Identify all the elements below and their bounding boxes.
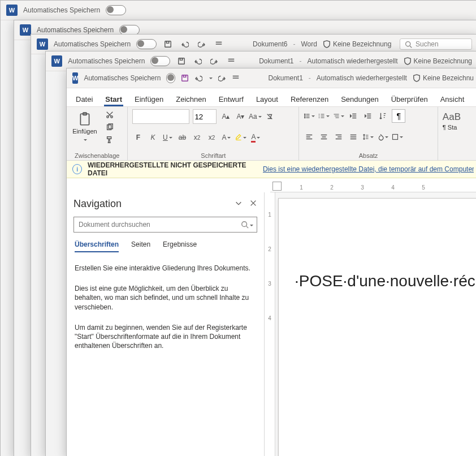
svg-point-14: [305, 115, 306, 117]
italic-icon[interactable]: K: [147, 132, 158, 143]
info-icon: i: [72, 164, 82, 174]
group-font: A▴ A▾ Aa F K U ab x2 x2 A A Schriftart: [128, 107, 299, 160]
nav-tab-results[interactable]: Ergebnisse: [163, 240, 197, 252]
nav-search-input[interactable]: [77, 220, 241, 229]
change-case-icon[interactable]: Aa: [249, 111, 261, 122]
style-preview[interactable]: AaB: [443, 111, 461, 123]
shading-icon[interactable]: [377, 131, 388, 143]
align-right-icon[interactable]: [333, 131, 344, 143]
search-options-icon[interactable]: [249, 221, 253, 229]
tab-ueberpruefen[interactable]: Überprüfen: [390, 92, 429, 106]
qat-undo-icon[interactable]: [179, 38, 191, 50]
nav-hint-1: Erstellen Sie eine interaktive Gliederun…: [75, 264, 256, 273]
qat-redo-icon[interactable]: [218, 72, 226, 84]
qat-redo-icon[interactable]: [196, 38, 207, 50]
tab-zeichnen[interactable]: Zeichnen: [175, 92, 207, 106]
autosave-toggle[interactable]: [106, 5, 126, 15]
align-center-icon[interactable]: [318, 131, 330, 143]
text-effects-icon[interactable]: A: [220, 132, 232, 143]
chevron-down-icon[interactable]: [235, 199, 243, 209]
tab-entwurf[interactable]: Entwurf: [218, 92, 245, 106]
qat-save-icon[interactable]: [162, 38, 174, 50]
bold-icon[interactable]: F: [132, 132, 144, 143]
navigation-pane: Navigation Überschriften Seiten Ergebnis…: [67, 192, 265, 456]
search-icon: [241, 221, 249, 229]
title-search[interactable]: Suchen: [400, 38, 472, 50]
qat-save-icon[interactable]: [181, 72, 189, 84]
qat-redo-icon[interactable]: [209, 55, 220, 67]
tab-start[interactable]: Start: [104, 92, 123, 106]
borders-icon[interactable]: [392, 131, 403, 143]
autosave-toggle[interactable]: [166, 73, 175, 83]
tab-sendungen[interactable]: Sendungen: [340, 92, 380, 106]
word-app-icon: W: [72, 72, 78, 84]
sensitivity-label[interactable]: Keine Bezeichnung: [404, 57, 472, 65]
close-icon[interactable]: [249, 199, 257, 209]
multilevel-icon[interactable]: [333, 110, 344, 122]
recovery-bar: i WIEDERHERGESTELLTE NICHT GESPEICHERTE …: [67, 161, 476, 178]
nav-search[interactable]: [73, 217, 257, 233]
autosave-label: Automatisches Speichern: [23, 6, 100, 14]
qat-more-icon[interactable]: [232, 72, 240, 84]
tab-layout[interactable]: Layout: [255, 92, 279, 106]
word-app-icon: W: [6, 5, 18, 16]
underline-icon[interactable]: U: [162, 132, 173, 143]
qat-more-icon[interactable]: [213, 38, 224, 50]
outdent-icon[interactable]: [348, 110, 359, 122]
autosave-toggle[interactable]: [136, 39, 157, 49]
align-left-icon[interactable]: [304, 131, 315, 143]
line-spacing-icon[interactable]: [362, 131, 374, 143]
nav-tab-headings[interactable]: Überschriften: [75, 240, 119, 252]
svg-point-2: [406, 41, 410, 46]
shrink-font-icon[interactable]: A▾: [235, 111, 246, 122]
nav-hint-2: Dies ist eine gute Möglichkeit, um den Ü…: [75, 284, 256, 312]
font-name-combo[interactable]: [132, 109, 189, 124]
tab-selector-icon[interactable]: [272, 182, 282, 191]
bullets-icon[interactable]: [304, 110, 315, 122]
tab-referenzen[interactable]: Referenzen: [289, 92, 330, 106]
sensitivity-label[interactable]: Keine Bezeichnu: [413, 74, 474, 82]
indent-icon[interactable]: [362, 110, 374, 122]
svg-rect-4: [180, 58, 182, 61]
sort-icon[interactable]: [377, 110, 388, 122]
qat-undo-more[interactable]: [208, 72, 213, 84]
qat-undo-icon[interactable]: [192, 55, 203, 67]
superscript-icon[interactable]: x2: [206, 132, 217, 143]
grow-font-icon[interactable]: A▴: [220, 111, 231, 122]
svg-rect-6: [184, 75, 186, 78]
tab-einfuegen[interactable]: Einfügen: [133, 92, 165, 106]
ribbon-tabs: Datei Start Einfügen Zeichnen Entwurf La…: [67, 88, 476, 107]
vertical-ruler[interactable]: 1 2 3 4: [265, 192, 275, 456]
copy-icon[interactable]: [104, 122, 115, 133]
recovery-message[interactable]: Dies ist eine wiederhergestellte Datei, …: [263, 165, 474, 173]
svg-rect-3: [178, 58, 184, 64]
autosave-label: Automatisches Speichern: [84, 74, 161, 82]
nav-tab-pages[interactable]: Seiten: [131, 240, 150, 252]
show-marks-icon[interactable]: ¶: [392, 109, 405, 123]
qat-more-icon[interactable]: [226, 55, 236, 67]
page-canvas[interactable]: ·POSE·d'une·nouvelle·récepteur·: [278, 198, 476, 456]
group-styles: AaB ¶ Sta: [438, 107, 476, 160]
tab-datei[interactable]: Datei: [75, 92, 94, 106]
cut-icon[interactable]: [104, 109, 115, 121]
numbering-icon[interactable]: [318, 110, 330, 122]
horizontal-ruler[interactable]: 1 2 3 4 5: [270, 178, 476, 192]
font-size-combo[interactable]: [193, 109, 217, 124]
tab-ansicht[interactable]: Ansicht: [439, 92, 466, 106]
autosave-toggle[interactable]: [150, 56, 170, 66]
document-text[interactable]: ·POSE·d'une·nouvelle·récepteur·: [295, 272, 476, 290]
doc-title: Dokument6: [253, 40, 287, 48]
qat-save-icon[interactable]: [176, 55, 187, 67]
paste-button[interactable]: Einfügen: [71, 112, 98, 143]
highlight-icon[interactable]: [235, 132, 246, 143]
subscript-icon[interactable]: x2: [191, 132, 202, 143]
doc-title: Dokument1: [259, 57, 293, 65]
justify-icon[interactable]: [348, 131, 359, 143]
font-color-icon[interactable]: A: [250, 132, 261, 143]
sensitivity-label[interactable]: Keine Bezeichnung: [323, 40, 391, 48]
recovered-label: Automatisch wiederhergestellt: [308, 57, 398, 65]
strike-icon[interactable]: ab: [176, 132, 188, 143]
clear-format-icon[interactable]: [264, 111, 275, 122]
format-painter-icon[interactable]: [104, 134, 115, 145]
qat-undo-icon[interactable]: [194, 72, 202, 84]
